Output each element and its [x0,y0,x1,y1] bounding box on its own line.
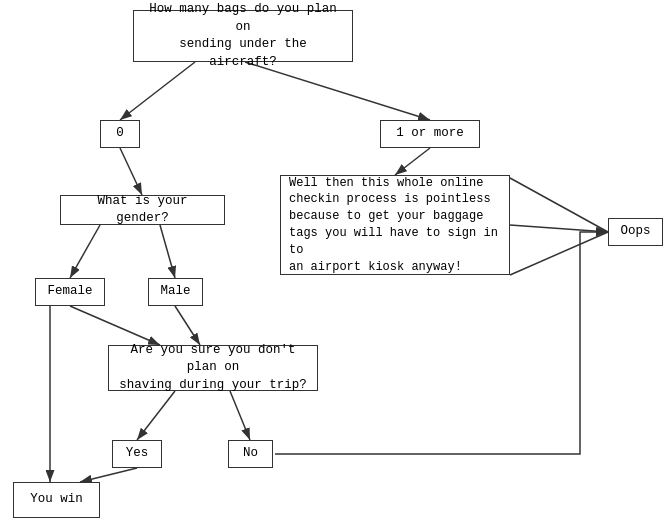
male-node: Male [148,278,203,306]
no-node: No [228,440,273,468]
zero-node: 0 [100,120,140,148]
you-win-node: You win [13,482,100,518]
yes-node: Yes [112,440,162,468]
one-or-more-node: 1 or more [380,120,480,148]
svg-line-13 [510,225,608,232]
baggage-msg-node: Well then this whole online checkin proc… [280,175,510,275]
oops-node: Oops [608,218,663,246]
svg-line-8 [70,306,160,345]
shaving-label: Are you sure you don't plan on shaving d… [117,342,309,395]
svg-line-15 [510,232,608,275]
yes-label: Yes [126,445,149,463]
oops-label: Oops [620,223,650,241]
svg-line-14 [510,178,608,232]
svg-line-6 [160,225,175,278]
start-node: How many bags do you plan on sending und… [133,10,353,62]
svg-line-10 [230,391,250,440]
gender-node: What is your gender? [60,195,225,225]
start-label: How many bags do you plan on sending und… [142,1,344,71]
svg-line-7 [175,306,200,345]
svg-line-3 [120,148,142,195]
svg-line-11 [80,468,137,482]
one-or-more-label: 1 or more [396,125,464,143]
female-label: Female [47,283,92,301]
zero-label: 0 [116,125,124,143]
svg-line-4 [395,148,430,175]
svg-line-5 [70,225,100,278]
svg-line-9 [137,391,175,440]
you-win-label: You win [30,491,83,509]
gender-label: What is your gender? [69,193,216,228]
shaving-node: Are you sure you don't plan on shaving d… [108,345,318,391]
female-node: Female [35,278,105,306]
male-label: Male [160,283,190,301]
baggage-msg-label: Well then this whole online checkin proc… [289,175,501,276]
no-label: No [243,445,258,463]
